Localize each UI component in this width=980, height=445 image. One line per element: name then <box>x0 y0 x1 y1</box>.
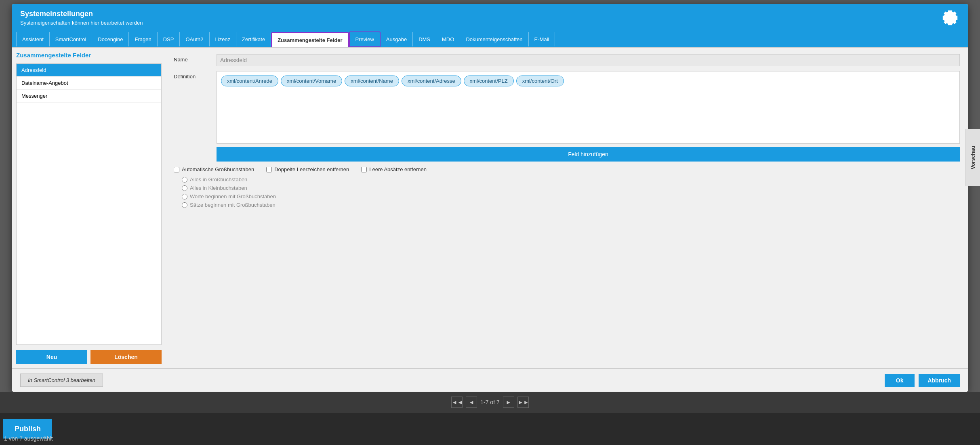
tab-lizenz[interactable]: Lizenz <box>210 32 237 46</box>
radio-saetze-gross-input[interactable] <box>182 202 187 208</box>
options-area: Automatische Großbuchstaben Doppelte Lee… <box>174 166 960 208</box>
vorschau-sidebar-tab[interactable]: Vorschau <box>965 129 980 186</box>
checkbox-absaetze-input[interactable] <box>361 167 367 172</box>
neu-button[interactable]: Neu <box>16 350 87 364</box>
tab-mdo[interactable]: MDO <box>436 32 460 46</box>
modal-title: Systemeinstellungen <box>20 10 944 18</box>
left-panel-title: Zusammengestelte Felder <box>16 52 162 59</box>
tag-vorname[interactable]: xml/content/Vorname <box>281 76 342 86</box>
checkbox-leerzeichen[interactable]: Doppelte Leerzeichen entfernen <box>266 166 349 172</box>
pagination-prev[interactable]: ◄ <box>466 397 477 408</box>
checkbox-grossbuchstaben-label: Automatische Großbuchstaben <box>182 166 254 172</box>
radio-saetze-gross[interactable]: Sätze beginnen mit Großbuchstaben <box>182 202 960 208</box>
radio-alles-klein-input[interactable] <box>182 185 187 191</box>
definition-row: Definition xml/content/Anrede xml/conten… <box>174 71 960 162</box>
abbruch-button[interactable]: Abbruch <box>919 374 960 387</box>
tab-assistent[interactable]: Assistent <box>16 32 50 46</box>
name-label: Name <box>174 54 210 63</box>
footer-right-buttons: Ok Abbruch <box>885 374 960 387</box>
tab-ausgabe[interactable]: Ausgabe <box>381 32 413 46</box>
bottom-bar: Publish 1 von 7 ausgewählt <box>0 413 980 445</box>
add-field-button[interactable]: Feld hinzufügen <box>217 147 960 162</box>
tab-zusammengestelte-felder[interactable]: Zusammengestelte Felder <box>271 32 349 47</box>
fields-list: Adressfeld Dateiname-Angebot Messenger <box>16 63 162 345</box>
radio-worte-gross[interactable]: Worte beginnen mit Großbuchstaben <box>182 193 960 199</box>
vorschau-label: Vorschau <box>970 146 976 169</box>
modal-body: Zusammengestelte Felder Adressfeld Datei… <box>12 48 968 368</box>
modal-subtitle: Systemeigenschaften können hier bearbeit… <box>20 20 944 26</box>
tab-email[interactable]: E-Mail <box>529 32 555 46</box>
pagination-bar: ◄◄ ◄ 1-7 of 7 ► ►► <box>0 392 980 413</box>
tag-ort[interactable]: xml/content/Ort <box>516 76 564 86</box>
radio-alles-gross[interactable]: Alles in Großbuchstaben <box>182 176 960 183</box>
tag-name[interactable]: xml/content/Name <box>345 76 399 86</box>
system-settings-modal: Systemeinstellungen Systemeigenschaften … <box>12 4 968 392</box>
list-item-dateiname[interactable]: Dateiname-Angebot <box>17 77 161 90</box>
tab-smartcontrol[interactable]: SmartControl <box>50 32 93 46</box>
ok-button[interactable]: Ok <box>885 374 915 387</box>
left-panel: Zusammengestelte Felder Adressfeld Datei… <box>12 48 166 368</box>
definition-area: xml/content/Anrede xml/content/Vorname x… <box>217 71 960 144</box>
tab-dsp[interactable]: DSP <box>158 32 180 46</box>
left-panel-buttons: Neu Löschen <box>16 350 162 364</box>
radio-alles-klein-label: Alles in Kleinbuchstaben <box>190 185 247 191</box>
pagination-last[interactable]: ►► <box>517 397 529 408</box>
radio-alles-gross-label: Alles in Großbuchstaben <box>190 176 247 183</box>
right-panel: Name Adressfeld Definition xml/content/A… <box>166 48 968 368</box>
smartcontrol-button[interactable]: In SmartControl 3 bearbeiten <box>20 374 103 387</box>
modal-header: Systemeinstellungen Systemeigenschaften … <box>12 4 968 31</box>
tab-fragen[interactable]: Fragen <box>129 32 157 46</box>
tab-dokumenteigenschaften[interactable]: Dokumenteigenschaften <box>460 32 528 46</box>
name-row: Name Adressfeld <box>174 54 960 66</box>
list-item-adressfeld[interactable]: Adressfeld <box>17 64 161 77</box>
pagination-info: 1-7 of 7 <box>480 399 499 405</box>
checkbox-grossbuchstaben-input[interactable] <box>174 167 179 172</box>
radio-saetze-gross-label: Sätze beginnen mit Großbuchstaben <box>190 202 275 208</box>
tab-zertifikate[interactable]: Zertifikate <box>236 32 271 46</box>
checkboxes-row: Automatische Großbuchstaben Doppelte Lee… <box>174 166 960 172</box>
definition-label: Definition <box>174 71 210 80</box>
pagination-next[interactable]: ► <box>503 397 514 408</box>
checkbox-leerzeichen-label: Doppelte Leerzeichen entfernen <box>274 166 349 172</box>
loeschen-button[interactable]: Löschen <box>90 350 162 364</box>
tab-oauth2[interactable]: OAuth2 <box>180 32 209 46</box>
tab-preview[interactable]: Preview <box>349 31 381 47</box>
checkbox-absaetze-label: Leere Absätze entfernen <box>369 166 427 172</box>
radio-alles-klein[interactable]: Alles in Kleinbuchstaben <box>182 185 960 191</box>
tab-docengine[interactable]: Docengine <box>92 32 129 46</box>
radio-group: Alles in Großbuchstaben Alles in Kleinbu… <box>174 176 960 208</box>
modal-footer: In SmartControl 3 bearbeiten Ok Abbruch <box>12 368 968 392</box>
list-item-messenger[interactable]: Messenger <box>17 90 161 103</box>
tag-anrede[interactable]: xml/content/Anrede <box>221 76 278 86</box>
gear-icon <box>940 7 961 29</box>
tag-adresse[interactable]: xml/content/Adresse <box>402 76 461 86</box>
checkbox-absaetze[interactable]: Leere Absätze entfernen <box>361 166 427 172</box>
tab-bar: Assistent SmartControl Docengine Fragen … <box>12 31 968 48</box>
tab-dms[interactable]: DMS <box>413 32 436 46</box>
checkbox-leerzeichen-input[interactable] <box>266 167 272 172</box>
pagination-first[interactable]: ◄◄ <box>451 397 463 408</box>
name-value: Adressfeld <box>217 54 960 66</box>
radio-worte-gross-label: Worte beginnen mit Großbuchstaben <box>190 193 276 199</box>
radio-alles-gross-input[interactable] <box>182 177 187 183</box>
checkbox-grossbuchstaben[interactable]: Automatische Großbuchstaben <box>174 166 254 172</box>
radio-worte-gross-input[interactable] <box>182 194 187 199</box>
tag-plz[interactable]: xml/content/PLZ <box>464 76 514 86</box>
bottom-status: 1 von 7 ausgewählt <box>4 435 53 442</box>
